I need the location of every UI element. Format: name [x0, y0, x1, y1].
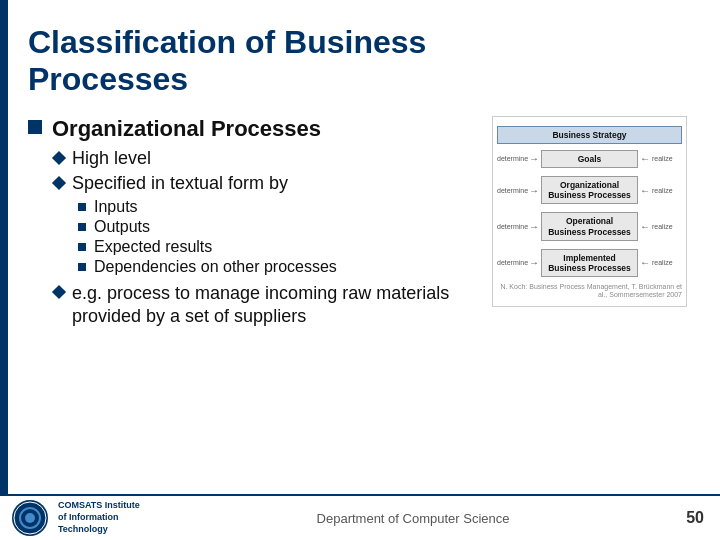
level3-dependencies: Dependencies on other processes: [78, 258, 474, 276]
small-square-icon-3: [78, 243, 86, 251]
diag-center-oper: OperationalBusiness Processes: [541, 212, 638, 240]
small-square-icon-2: [78, 223, 86, 231]
slide-title: Classification of Business Processes: [28, 24, 692, 98]
diamond-bullet-icon-3: [52, 285, 66, 299]
title-line2: Processes: [28, 61, 188, 97]
diag-arrow-right-2: ←: [640, 185, 650, 196]
org-line2: of Information: [58, 512, 119, 522]
sub-bullets: High level Specified in textual form by …: [54, 148, 474, 329]
org-line1: COMSATS Institute: [58, 500, 140, 510]
svg-point-2: [25, 513, 35, 523]
level3-expected-results: Expected results: [78, 238, 474, 256]
right-column-diagram: Business Strategy determine → Goals ← re…: [492, 116, 692, 333]
diag-left-label-4: determine: [497, 259, 527, 266]
level3-outputs: Outputs: [78, 218, 474, 236]
level2-bullet-specified: Specified in textual form by: [54, 173, 474, 194]
logo-circle: [12, 500, 48, 536]
diag-left-label-3: determine: [497, 223, 527, 230]
diag-arrow-left-3: →: [529, 221, 539, 232]
diag-left-label-1: determine: [497, 155, 527, 162]
level2-bullet-eg: e.g. process to manage incoming raw mate…: [54, 282, 474, 329]
diag-right-label-2: realize: [652, 187, 682, 194]
diag-center-org: OrganizationalBusiness Processes: [541, 176, 638, 204]
diag-arrow-left-2: →: [529, 185, 539, 196]
level3-inputs: Inputs: [78, 198, 474, 216]
level3-label-inputs: Inputs: [94, 198, 138, 216]
diag-arrow-right-4: ←: [640, 257, 650, 268]
sub-sub-bullets: Inputs Outputs Expected results Dependen…: [78, 198, 474, 276]
diag-row-impl: determine → ImplementedBusiness Processe…: [497, 246, 682, 280]
title-line1: Classification of Business: [28, 24, 426, 60]
diag-arrow-left-4: →: [529, 257, 539, 268]
level3-label-dependencies: Dependencies on other processes: [94, 258, 337, 276]
level2-label-specified: Specified in textual form by: [72, 173, 288, 194]
footer-logo-area: COMSATS Institute of Information Technol…: [12, 500, 140, 536]
slide: Classification of Business Processes Org…: [0, 0, 720, 540]
diamond-bullet-icon-2: [52, 176, 66, 190]
diag-row-org: determine → OrganizationalBusiness Proce…: [497, 173, 682, 207]
level1-bullet: Organizational Processes: [28, 116, 474, 142]
diag-right-label-4: realize: [652, 259, 682, 266]
diag-left-label-2: determine: [497, 187, 527, 194]
logo-icon: [13, 501, 47, 535]
diag-row-goals: determine → Goals ← realize: [497, 147, 682, 171]
left-border-accent: [0, 0, 8, 540]
diag-right-label-3: realize: [652, 223, 682, 230]
left-column: Organizational Processes High level Spec…: [28, 116, 474, 333]
level2-bullet-highlevel: High level: [54, 148, 474, 169]
level1-label: Organizational Processes: [52, 116, 321, 142]
diag-center-impl: ImplementedBusiness Processes: [541, 249, 638, 277]
footer-org-text: COMSATS Institute of Information Technol…: [58, 500, 140, 535]
footer-center-text: Department of Computer Science: [317, 511, 510, 526]
level2-label-eg: e.g. process to manage incoming raw mate…: [72, 282, 474, 329]
footer: COMSATS Institute of Information Technol…: [0, 494, 720, 540]
diamond-bullet-icon: [52, 151, 66, 165]
org-line3: Technology: [58, 524, 108, 534]
small-square-icon-1: [78, 203, 86, 211]
level2-label-highlevel: High level: [72, 148, 151, 169]
diag-center-goals: Goals: [541, 150, 638, 168]
diag-arrow-left-1: →: [529, 153, 539, 164]
level3-label-expected: Expected results: [94, 238, 212, 256]
level3-label-outputs: Outputs: [94, 218, 150, 236]
diagram: Business Strategy determine → Goals ← re…: [492, 116, 687, 307]
diagram-caption: N. Koch: Business Process Management, T.…: [497, 283, 682, 300]
small-square-icon-4: [78, 263, 86, 271]
diag-arrow-right-3: ←: [640, 221, 650, 232]
square-bullet-icon: [28, 120, 42, 134]
diag-arrow-right-1: ←: [640, 153, 650, 164]
diag-right-label-1: realize: [652, 155, 682, 162]
main-content: Organizational Processes High level Spec…: [28, 116, 692, 333]
diag-top-box: Business Strategy: [497, 126, 682, 144]
footer-page-number: 50: [686, 509, 704, 527]
diag-row-oper: determine → OperationalBusiness Processe…: [497, 209, 682, 243]
